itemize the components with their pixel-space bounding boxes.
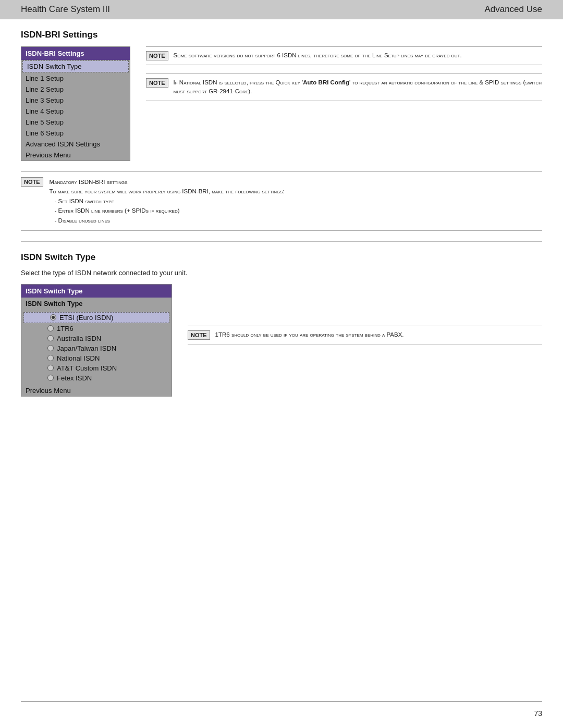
menu-item[interactable]: Line 2 Setup [21,84,130,95]
section2-desc: Select the type of ISDN network connecte… [21,269,542,277]
mandatory-note-line3: - Enter ISDN line numbers (+ SPIDs if re… [50,206,285,215]
switch-layout: ISDN Switch Type ISDN Switch Type ETSI (… [21,284,542,397]
menu-item[interactable]: Line 4 Setup [21,106,130,117]
note-label-2: NOTE [146,78,168,88]
switch-option[interactable]: Japan/Taiwan ISDN [21,343,172,353]
note-label-1: NOTE [146,51,168,60]
footer-line [21,701,542,702]
switch-option[interactable]: National ISDN [21,353,172,363]
switch-option[interactable]: Fetex ISDN [21,373,172,383]
mandatory-note-line4: - Disable unused lines [50,216,285,225]
radio-dot [47,325,54,331]
note-box-1: NOTE Some software versions do not suppo… [146,46,542,65]
menu-item[interactable]: Line 3 Setup [21,95,130,106]
previous-menu-item[interactable]: Previous Menu [21,150,130,161]
switch-option-label: National ISDN [57,354,100,362]
menu-item[interactable]: Advanced ISDN Settings [21,139,130,150]
section1-layout: ISDN-BRI Settings ISDN Switch TypeLine 1… [21,46,542,161]
menu-item[interactable]: Line 1 Setup [21,73,130,84]
section1-notes-area: NOTE Some software versions do not suppo… [146,46,542,101]
switch-options-list: ETSI (Euro ISDN)1TR6Australia ISDNJapan/… [21,310,172,385]
header-title: Health Care System III [21,4,110,15]
switch-option[interactable]: Australia ISDN [21,334,172,343]
section2: ISDN Switch Type Select the type of ISDN… [21,252,542,397]
mandatory-note-title: Mandatory ISDN-BRI settings [50,177,285,187]
mandatory-note: NOTE Mandatory ISDN-BRI settings To make… [21,171,542,231]
switch-note-text: 1TR6 should only be used if you are oper… [215,330,404,339]
switch-option-label: ETSI (Euro ISDN) [59,314,113,322]
mandatory-note-line1: To make sure your system will work prope… [50,187,285,196]
switch-notes: NOTE 1TR6 should only be used if you are… [188,326,542,344]
radio-dot [47,365,54,371]
radio-dot [47,335,54,341]
menu-item[interactable]: Line 5 Setup [21,117,130,128]
menu-item[interactable]: Line 6 Setup [21,128,130,139]
switch-menu-row-label: ISDN Switch Type [21,298,172,310]
section1-heading: ISDN-BRI Settings [21,30,542,40]
page-header: Health Care System III Advanced Use [0,0,563,19]
isdn-bri-menu-header: ISDN-BRI Settings [21,47,130,60]
switch-option[interactable]: ETSI (Euro ISDN) [23,312,169,323]
switch-option-label: 1TR6 [57,325,74,332]
radio-dot [50,314,56,320]
note-text-1: Some software versions do not support 6 … [174,51,462,60]
switch-option-label: Fetex ISDN [57,374,92,382]
radio-dot [47,375,54,381]
switch-option[interactable]: AT&T Custom ISDN [21,363,172,373]
header-subtitle: Advanced Use [484,4,542,15]
mandatory-note-content: Mandatory ISDN-BRI settings To make sure… [50,177,285,225]
switch-type-menu: ISDN Switch Type ISDN Switch Type ETSI (… [21,284,172,397]
note-box-2: NOTE If National ISDN is selected, press… [146,73,542,101]
switch-option-label: Japan/Taiwan ISDN [57,344,116,352]
switch-note-label: NOTE [188,330,210,340]
menu-item[interactable]: ISDN Switch Type [22,60,129,72]
radio-dot [47,345,54,351]
note-text-2: If National ISDN is selected, press the … [174,78,542,96]
switch-option[interactable]: 1TR6 [21,324,172,334]
section2-heading: ISDN Switch Type [21,252,542,263]
switch-option-label: Australia ISDN [57,335,101,342]
switch-option-label: AT&T Custom ISDN [57,364,117,372]
main-content: ISDN-BRI Settings ISDN-BRI Settings ISDN… [0,19,563,417]
switch-note-box: NOTE 1TR6 should only be used if you are… [188,326,542,344]
mandatory-note-line2: - Set ISDN switch type [50,196,285,206]
page-number: 73 [534,709,542,718]
switch-previous-menu[interactable]: Previous Menu [21,385,172,396]
radio-dot [47,355,54,361]
switch-menu-header: ISDN Switch Type [21,285,172,298]
isdn-bri-menu: ISDN-BRI Settings ISDN Switch TypeLine 1… [21,46,130,161]
mandatory-note-label: NOTE [21,177,43,187]
section-divider [21,241,542,242]
